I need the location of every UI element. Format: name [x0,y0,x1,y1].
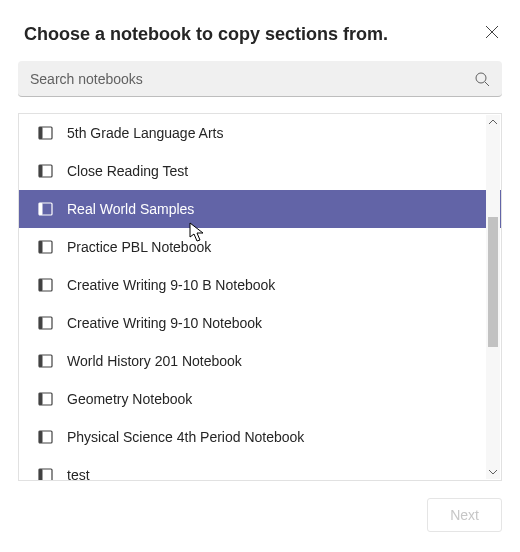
close-icon [485,25,499,39]
notebook-icon [37,468,53,480]
next-button[interactable]: Next [427,498,502,532]
notebook-item-label: Practice PBL Notebook [67,239,211,255]
notebook-icon [37,164,53,178]
notebook-item-label: Physical Science 4th Period Notebook [67,429,304,445]
search-box[interactable] [18,61,502,97]
svg-rect-15 [39,317,43,329]
svg-line-3 [485,82,489,86]
notebook-item[interactable]: Geometry Notebook [19,380,501,418]
dialog-title: Choose a notebook to copy sections from. [24,24,388,45]
notebook-item[interactable]: 5th Grade Language Arts [19,114,501,152]
notebook-icon [37,430,53,444]
notebook-item-label: Geometry Notebook [67,391,192,407]
search-input[interactable] [30,71,474,87]
notebook-item-label: test [67,467,90,480]
notebook-icon [37,126,53,140]
notebook-icon [37,392,53,406]
svg-rect-9 [39,203,43,215]
notebook-item-label: Real World Samples [67,201,194,217]
search-icon [474,71,490,87]
notebook-icon [37,316,53,330]
scroll-track[interactable] [486,129,500,465]
notebook-icon [37,202,53,216]
notebook-item[interactable]: World History 201 Notebook [19,342,501,380]
notebook-item[interactable]: Practice PBL Notebook [19,228,501,266]
notebook-icon [37,278,53,292]
close-button[interactable] [484,24,500,40]
svg-rect-17 [39,355,43,367]
notebook-icon [37,354,53,368]
notebook-item[interactable]: Creative Writing 9-10 Notebook [19,304,501,342]
scroll-down-arrow[interactable] [486,465,500,479]
svg-rect-19 [39,393,43,405]
notebook-item-label: Close Reading Test [67,163,188,179]
svg-rect-21 [39,431,43,443]
notebook-item[interactable]: test [19,456,501,480]
svg-rect-11 [39,241,43,253]
notebook-item[interactable]: Real World Samples [19,190,501,228]
notebook-item[interactable]: Close Reading Test [19,152,501,190]
notebook-item-label: World History 201 Notebook [67,353,242,369]
svg-rect-23 [39,469,43,480]
svg-rect-5 [39,127,43,139]
notebook-item[interactable]: Physical Science 4th Period Notebook [19,418,501,456]
svg-point-2 [476,73,486,83]
notebook-item-label: Creative Writing 9-10 B Notebook [67,277,275,293]
svg-rect-13 [39,279,43,291]
scroll-up-arrow[interactable] [486,115,500,129]
notebook-item-label: 5th Grade Language Arts [67,125,223,141]
notebook-item-label: Creative Writing 9-10 Notebook [67,315,262,331]
svg-rect-7 [39,165,43,177]
scroll-thumb[interactable] [488,217,498,347]
notebook-list: 5th Grade Language Arts Close Reading Te… [19,114,501,480]
notebook-icon [37,240,53,254]
notebook-item[interactable]: Creative Writing 9-10 B Notebook [19,266,501,304]
scrollbar[interactable] [486,115,500,479]
